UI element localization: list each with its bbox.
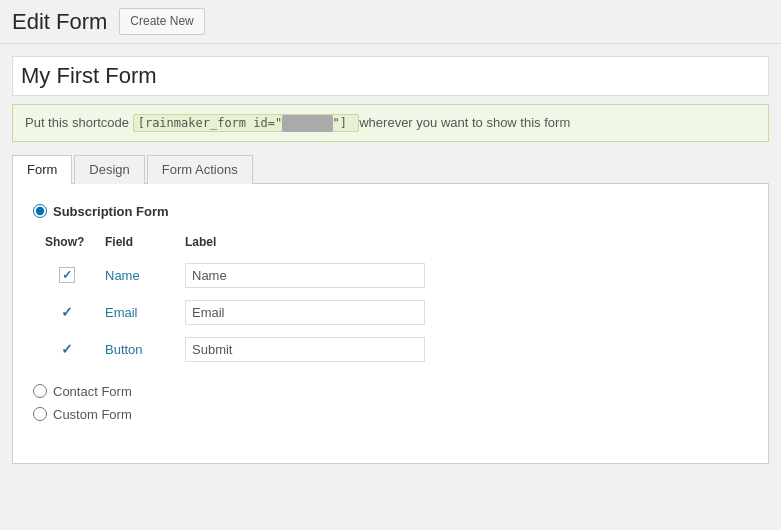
button-checkbox[interactable]: ✓ bbox=[59, 341, 75, 357]
tab-form-actions[interactable]: Form Actions bbox=[147, 155, 253, 184]
form-name-input[interactable] bbox=[12, 56, 769, 96]
email-label-cell bbox=[177, 294, 752, 331]
subscription-form-radio[interactable] bbox=[33, 204, 47, 218]
other-form-types: Contact Form Custom Form bbox=[33, 384, 748, 422]
button-checkmark: ✓ bbox=[61, 341, 73, 357]
name-checkbox[interactable]: ✓ bbox=[59, 267, 75, 283]
form-name-section bbox=[0, 44, 781, 104]
page-header: Edit Form Create New bbox=[0, 0, 781, 44]
button-label-input[interactable] bbox=[185, 337, 425, 362]
tab-design[interactable]: Design bbox=[74, 155, 144, 184]
email-label-input[interactable] bbox=[185, 300, 425, 325]
create-new-button[interactable]: Create New bbox=[119, 8, 204, 35]
email-show-cell: ✓ bbox=[37, 294, 97, 331]
email-checkbox[interactable]: ✓ bbox=[59, 304, 75, 320]
name-show-cell: ✓ bbox=[37, 257, 97, 294]
tab-content-form: Subscription Form Show? Field Label bbox=[12, 184, 769, 464]
name-field-label: Name bbox=[105, 268, 140, 283]
shortcode-suffix: wherever you want to show this form bbox=[359, 115, 570, 130]
table-row: ✓ Name bbox=[37, 257, 752, 294]
email-checkmark: ✓ bbox=[61, 304, 73, 320]
contact-form-label: Contact Form bbox=[53, 384, 132, 399]
shortcode-code-end: "] bbox=[333, 116, 347, 130]
shortcode-prefix: Put this shortcode bbox=[25, 115, 129, 130]
col-field: Field bbox=[97, 231, 177, 257]
button-show-cell: ✓ bbox=[37, 331, 97, 368]
contact-form-radio[interactable] bbox=[33, 384, 47, 398]
col-show: Show? bbox=[37, 231, 97, 257]
custom-form-label: Custom Form bbox=[53, 407, 132, 422]
button-field-label: Button bbox=[105, 342, 143, 357]
subscription-form-radio-label[interactable]: Subscription Form bbox=[33, 204, 748, 219]
contact-form-radio-label[interactable]: Contact Form bbox=[33, 384, 748, 399]
email-field-label: Email bbox=[105, 305, 138, 320]
shortcode-notice: Put this shortcode [rainmaker_form id="█… bbox=[12, 104, 769, 142]
tab-form[interactable]: Form bbox=[12, 155, 72, 184]
shortcode-id-blur: ███████ bbox=[282, 115, 332, 132]
name-checkmark: ✓ bbox=[62, 268, 72, 282]
shortcode-code: [rainmaker_form id="███████"] bbox=[133, 114, 360, 132]
name-field-cell: Name bbox=[97, 257, 177, 294]
name-label-cell bbox=[177, 257, 752, 294]
tabs-nav: Form Design Form Actions bbox=[12, 154, 769, 184]
button-label-cell bbox=[177, 331, 752, 368]
table-row: ✓ Email bbox=[37, 294, 752, 331]
subscription-form-section: Subscription Form Show? Field Label bbox=[33, 204, 748, 368]
button-field-cell: Button bbox=[97, 331, 177, 368]
table-row: ✓ Button bbox=[37, 331, 752, 368]
custom-form-radio[interactable] bbox=[33, 407, 47, 421]
tabs-container: Form Design Form Actions Subscription Fo… bbox=[12, 154, 769, 464]
email-field-cell: Email bbox=[97, 294, 177, 331]
page-title: Edit Form bbox=[12, 9, 107, 35]
shortcode-code-start: [rainmaker_form id=" bbox=[138, 116, 283, 130]
page-wrapper: Edit Form Create New Put this shortcode … bbox=[0, 0, 781, 530]
subscription-form-label: Subscription Form bbox=[53, 204, 169, 219]
custom-form-radio-label[interactable]: Custom Form bbox=[33, 407, 748, 422]
col-label: Label bbox=[177, 231, 752, 257]
fields-table: Show? Field Label ✓ bbox=[37, 231, 752, 368]
name-label-input[interactable] bbox=[185, 263, 425, 288]
